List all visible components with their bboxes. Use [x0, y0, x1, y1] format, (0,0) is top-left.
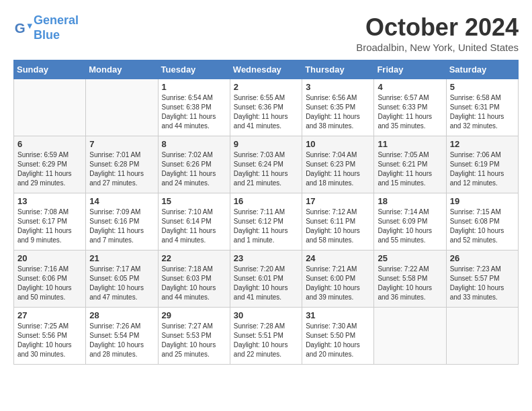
calendar-table: SundayMondayTuesdayWednesdayThursdayFrid… [13, 60, 519, 365]
day-number: 28 [89, 310, 154, 320]
day-cell: 19Sunrise: 7:15 AM Sunset: 6:08 PM Dayli… [446, 193, 518, 250]
day-number: 31 [306, 310, 370, 320]
day-number: 12 [450, 139, 515, 149]
svg-marker-1 [28, 24, 32, 28]
week-row-4: 27Sunrise: 7:25 AM Sunset: 5:56 PM Dayli… [14, 308, 519, 365]
day-info: Sunrise: 7:22 AM Sunset: 5:58 PM Dayligh… [378, 265, 442, 302]
day-cell: 28Sunrise: 7:26 AM Sunset: 5:54 PM Dayli… [86, 308, 158, 365]
day-cell: 2Sunrise: 6:55 AM Sunset: 6:36 PM Daylig… [230, 79, 302, 136]
day-cell: 6Sunrise: 6:59 AM Sunset: 6:29 PM Daylig… [14, 136, 86, 193]
day-number: 14 [89, 196, 154, 206]
day-number: 23 [234, 253, 298, 263]
header-monday: Monday [86, 60, 158, 79]
day-info: Sunrise: 7:02 AM Sunset: 6:26 PM Dayligh… [162, 150, 226, 188]
day-info: Sunrise: 7:16 AM Sunset: 6:06 PM Dayligh… [17, 265, 82, 302]
day-cell [374, 308, 446, 365]
day-number: 7 [89, 139, 154, 149]
day-number: 21 [89, 253, 154, 263]
logo-line1: General [34, 13, 79, 27]
day-info: Sunrise: 7:28 AM Sunset: 5:51 PM Dayligh… [234, 322, 298, 359]
logo-line2: Blue [34, 28, 60, 42]
day-number: 26 [450, 253, 515, 263]
day-cell: 20Sunrise: 7:16 AM Sunset: 6:06 PM Dayli… [14, 250, 86, 308]
day-cell: 25Sunrise: 7:22 AM Sunset: 5:58 PM Dayli… [374, 250, 446, 308]
week-row-2: 13Sunrise: 7:08 AM Sunset: 6:17 PM Dayli… [14, 193, 519, 250]
header-row: SundayMondayTuesdayWednesdayThursdayFrid… [14, 60, 519, 79]
day-number: 15 [162, 196, 226, 206]
title-block: October 2024 Broadalbin, New York, Unite… [356, 13, 519, 53]
day-info: Sunrise: 6:54 AM Sunset: 6:38 PM Dayligh… [162, 93, 226, 131]
day-cell: 30Sunrise: 7:28 AM Sunset: 5:51 PM Dayli… [230, 308, 302, 365]
day-number: 20 [17, 253, 82, 263]
page-header: G General Blue October 2024 Broadalbin, … [13, 13, 519, 53]
week-row-1: 6Sunrise: 6:59 AM Sunset: 6:29 PM Daylig… [14, 136, 519, 193]
day-cell: 24Sunrise: 7:21 AM Sunset: 6:00 PM Dayli… [302, 250, 374, 308]
day-cell: 5Sunrise: 6:58 AM Sunset: 6:31 PM Daylig… [446, 79, 518, 136]
day-info: Sunrise: 7:20 AM Sunset: 6:01 PM Dayligh… [234, 265, 298, 302]
day-info: Sunrise: 7:05 AM Sunset: 6:21 PM Dayligh… [378, 150, 442, 188]
day-cell: 17Sunrise: 7:12 AM Sunset: 6:11 PM Dayli… [302, 193, 374, 250]
day-number: 22 [162, 253, 226, 263]
day-cell: 18Sunrise: 7:14 AM Sunset: 6:09 PM Dayli… [374, 193, 446, 250]
day-number: 24 [306, 253, 370, 263]
day-info: Sunrise: 7:09 AM Sunset: 6:16 PM Dayligh… [89, 208, 154, 245]
logo: G General Blue [13, 13, 79, 42]
day-info: Sunrise: 7:23 AM Sunset: 5:57 PM Dayligh… [450, 265, 515, 302]
day-cell: 7Sunrise: 7:01 AM Sunset: 6:28 PM Daylig… [86, 136, 158, 193]
day-info: Sunrise: 7:17 AM Sunset: 6:05 PM Dayligh… [89, 265, 154, 302]
day-info: Sunrise: 6:59 AM Sunset: 6:29 PM Dayligh… [17, 150, 82, 188]
day-cell: 16Sunrise: 7:11 AM Sunset: 6:12 PM Dayli… [230, 193, 302, 250]
day-info: Sunrise: 7:06 AM Sunset: 6:19 PM Dayligh… [450, 150, 515, 188]
day-info: Sunrise: 7:11 AM Sunset: 6:12 PM Dayligh… [234, 208, 298, 245]
day-number: 5 [450, 82, 515, 92]
day-info: Sunrise: 7:27 AM Sunset: 5:53 PM Dayligh… [162, 322, 226, 359]
day-info: Sunrise: 7:15 AM Sunset: 6:08 PM Dayligh… [450, 208, 515, 245]
day-number: 1 [162, 82, 226, 92]
day-info: Sunrise: 7:25 AM Sunset: 5:56 PM Dayligh… [17, 322, 82, 359]
day-number: 19 [450, 196, 515, 206]
header-thursday: Thursday [302, 60, 374, 79]
day-info: Sunrise: 6:57 AM Sunset: 6:33 PM Dayligh… [378, 93, 442, 131]
day-cell: 1Sunrise: 6:54 AM Sunset: 6:38 PM Daylig… [158, 79, 230, 136]
day-number: 18 [378, 196, 442, 206]
day-number: 6 [17, 139, 82, 149]
day-info: Sunrise: 7:12 AM Sunset: 6:11 PM Dayligh… [306, 208, 370, 245]
day-cell: 4Sunrise: 6:57 AM Sunset: 6:33 PM Daylig… [374, 79, 446, 136]
header-sunday: Sunday [14, 60, 86, 79]
header-friday: Friday [374, 60, 446, 79]
day-info: Sunrise: 7:30 AM Sunset: 5:50 PM Dayligh… [306, 322, 370, 359]
day-info: Sunrise: 7:01 AM Sunset: 6:28 PM Dayligh… [89, 150, 154, 188]
location: Broadalbin, New York, United States [356, 42, 519, 53]
day-info: Sunrise: 7:08 AM Sunset: 6:17 PM Dayligh… [17, 208, 82, 245]
day-cell: 8Sunrise: 7:02 AM Sunset: 6:26 PM Daylig… [158, 136, 230, 193]
header-wednesday: Wednesday [230, 60, 302, 79]
day-cell [86, 79, 158, 136]
day-cell: 23Sunrise: 7:20 AM Sunset: 6:01 PM Dayli… [230, 250, 302, 308]
day-info: Sunrise: 7:04 AM Sunset: 6:23 PM Dayligh… [306, 150, 370, 188]
day-cell: 26Sunrise: 7:23 AM Sunset: 5:57 PM Dayli… [446, 250, 518, 308]
day-number: 2 [234, 82, 298, 92]
day-info: Sunrise: 7:10 AM Sunset: 6:14 PM Dayligh… [162, 208, 226, 245]
day-number: 25 [378, 253, 442, 263]
svg-text:G: G [15, 19, 26, 35]
day-cell: 21Sunrise: 7:17 AM Sunset: 6:05 PM Dayli… [86, 250, 158, 308]
day-cell [446, 308, 518, 365]
day-cell: 27Sunrise: 7:25 AM Sunset: 5:56 PM Dayli… [14, 308, 86, 365]
logo-text: General Blue [34, 13, 79, 42]
header-saturday: Saturday [446, 60, 518, 79]
day-number: 27 [17, 310, 82, 320]
day-info: Sunrise: 7:14 AM Sunset: 6:09 PM Dayligh… [378, 208, 442, 245]
day-number: 9 [234, 139, 298, 149]
day-number: 8 [162, 139, 226, 149]
day-cell: 13Sunrise: 7:08 AM Sunset: 6:17 PM Dayli… [14, 193, 86, 250]
day-cell: 15Sunrise: 7:10 AM Sunset: 6:14 PM Dayli… [158, 193, 230, 250]
day-cell: 29Sunrise: 7:27 AM Sunset: 5:53 PM Dayli… [158, 308, 230, 365]
day-cell: 9Sunrise: 7:03 AM Sunset: 6:24 PM Daylig… [230, 136, 302, 193]
day-info: Sunrise: 7:26 AM Sunset: 5:54 PM Dayligh… [89, 322, 154, 359]
day-cell: 10Sunrise: 7:04 AM Sunset: 6:23 PM Dayli… [302, 136, 374, 193]
day-number: 3 [306, 82, 370, 92]
day-info: Sunrise: 6:55 AM Sunset: 6:36 PM Dayligh… [234, 93, 298, 131]
header-tuesday: Tuesday [158, 60, 230, 79]
day-number: 10 [306, 139, 370, 149]
logo-icon: G [13, 19, 32, 38]
